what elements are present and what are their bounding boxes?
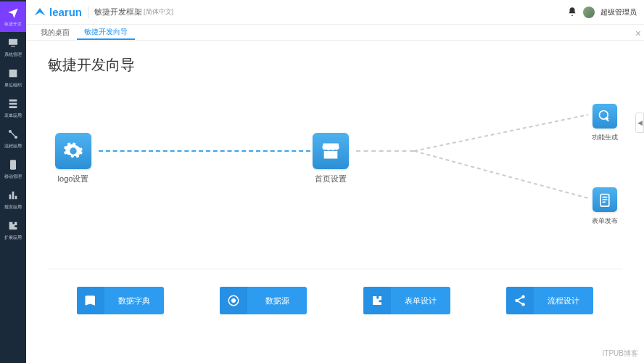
- action-dict[interactable]: 数据字典: [77, 287, 164, 314]
- sidebar-label: 敏捷开发: [4, 21, 22, 28]
- node-home[interactable]: 首页设置: [313, 133, 349, 184]
- sidebar-item-flow[interactable]: 流程应用: [0, 123, 26, 154]
- action-label: 流程设计: [534, 295, 593, 306]
- node-label: 表单发布: [592, 216, 618, 226]
- action-label: 表单设计: [391, 295, 450, 306]
- form-icon: [7, 97, 20, 110]
- node-label: 首页设置: [315, 174, 347, 184]
- logo-icon: [33, 6, 46, 19]
- chart-icon: [7, 189, 20, 202]
- sidebar-item-form[interactable]: 表单应用: [0, 93, 26, 123]
- plane-icon: [7, 6, 20, 19]
- puzzle-icon: [363, 287, 391, 314]
- cursor-icon: [598, 109, 612, 123]
- svg-line-4: [414, 151, 588, 198]
- node-form-publish[interactable]: 表单发布: [592, 187, 618, 226]
- action-label: 数据字典: [104, 295, 164, 306]
- sidebar-label: 表单应用: [4, 113, 22, 119]
- tab-wizard[interactable]: 敏捷开发向导: [77, 25, 135, 40]
- node-label: 功能生成: [592, 133, 618, 142]
- sidebar-label: 移动管理: [4, 174, 22, 180]
- share-icon: [506, 287, 534, 314]
- close-icon[interactable]: ×: [635, 28, 641, 39]
- sidebar-label: 系统管理: [4, 52, 22, 58]
- sidebar-item-report[interactable]: 报表应用: [0, 184, 26, 215]
- sidebar-item-system[interactable]: 系统管理: [0, 32, 26, 62]
- action-flow-design[interactable]: 流程设计: [506, 287, 593, 314]
- connector-line: [99, 150, 310, 152]
- user-name[interactable]: 超级管理员: [600, 7, 637, 17]
- avatar[interactable]: [583, 7, 595, 18]
- clipboard-icon: [598, 192, 612, 207]
- app-title: 敏捷开发框架: [94, 7, 142, 17]
- mobile-icon: [7, 158, 20, 171]
- hr: [48, 269, 622, 269]
- gear-icon: [63, 141, 83, 161]
- sidebar-item-extend[interactable]: 扩展应用: [0, 215, 26, 245]
- sidebar-label: 流程应用: [4, 143, 22, 150]
- sidebar-item-mobile[interactable]: 移动管理: [0, 154, 26, 184]
- sidebar-label: 报表应用: [4, 204, 22, 211]
- node-logo[interactable]: logo设置: [55, 133, 91, 184]
- logo[interactable]: learun: [33, 6, 82, 19]
- header: learun 敏捷开发框架 [简体中文] 超级管理员: [26, 0, 644, 25]
- sidebar-item-org[interactable]: 单位组织: [0, 62, 26, 93]
- flow-diagram: logo设置 首页设置 功能生成 表单发布: [48, 104, 622, 234]
- brand-text: learun: [49, 6, 82, 18]
- store-icon: [321, 141, 341, 161]
- node-label: logo设置: [58, 174, 89, 184]
- flow-icon: [7, 128, 20, 141]
- bell-icon[interactable]: [567, 7, 577, 18]
- sidebar-label: 单位组织: [4, 82, 22, 89]
- divider: [88, 7, 88, 18]
- monitor-icon: [7, 36, 20, 49]
- action-source[interactable]: 数据源: [220, 287, 307, 314]
- action-label: 数据源: [247, 295, 307, 306]
- sidebar-label: 扩展应用: [4, 234, 22, 241]
- svg-rect-2: [10, 160, 16, 169]
- watermark: ITPUB博客: [603, 348, 638, 359]
- book-icon: [77, 287, 104, 314]
- app-subtitle: [简体中文]: [144, 7, 173, 17]
- svg-point-7: [231, 298, 236, 303]
- page-title: 敏捷开发向导: [48, 55, 622, 75]
- sidebar-item-agile-dev[interactable]: 敏捷开发: [0, 1, 26, 32]
- action-bar: 数据字典 数据源 表单设计 流程设计: [48, 287, 622, 314]
- action-form-design[interactable]: 表单设计: [363, 287, 450, 314]
- slide-toggle[interactable]: ◀: [635, 113, 644, 133]
- puzzle-icon: [7, 219, 20, 232]
- badge-icon: [7, 67, 20, 80]
- node-func[interactable]: 功能生成: [592, 104, 618, 142]
- sidebar: 敏捷开发 系统管理 单位组织 表单应用 流程应用 移动管理 报表应用 扩展应用: [0, 0, 26, 363]
- main-content: 敏捷开发向导 logo设置 首页设置 功能生成 表单发布: [26, 41, 644, 363]
- svg-line-3: [414, 115, 588, 151]
- connector-line-gray: [356, 150, 414, 152]
- target-icon: [220, 287, 247, 314]
- tabs: 我的桌面 敏捷开发向导 ×: [26, 25, 644, 41]
- tab-desktop[interactable]: 我的桌面: [33, 25, 77, 40]
- connector-diag: [414, 104, 595, 234]
